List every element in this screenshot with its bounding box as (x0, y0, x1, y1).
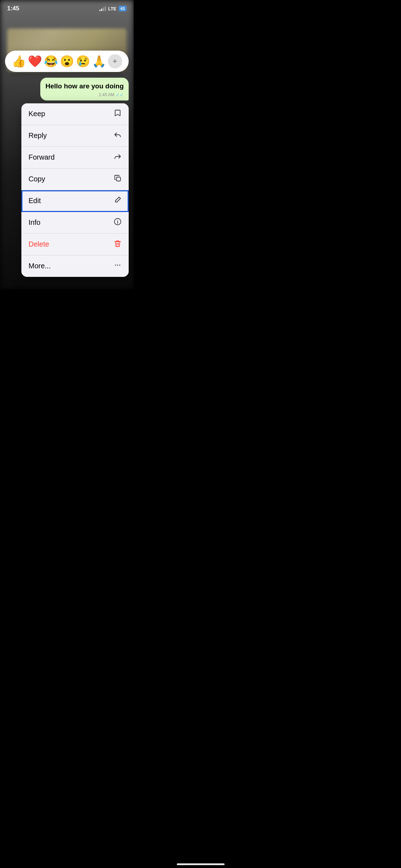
emoji-thumbsup[interactable]: 👍 (12, 55, 26, 68)
emoji-reaction-bar: 👍 ❤️ 😂 😮 😢 🙏 + (5, 51, 129, 72)
menu-copy-label: Copy (29, 175, 45, 183)
delete-icon (114, 239, 122, 249)
network-type: LTE (108, 6, 117, 11)
menu-reply-label: Reply (29, 131, 47, 140)
copy-icon (114, 174, 122, 184)
emoji-surprised[interactable]: 😮 (60, 55, 74, 68)
menu-item-more[interactable]: More... (21, 255, 129, 277)
status-bar: 1:45 LTE 43 (0, 0, 134, 15)
menu-info-label: Info (29, 218, 40, 227)
menu-item-forward[interactable]: Forward (21, 147, 129, 169)
svg-point-3 (115, 264, 116, 265)
emoji-laugh[interactable]: 😂 (44, 55, 58, 68)
emoji-more-button[interactable]: + (108, 54, 122, 68)
menu-item-copy[interactable]: Copy (21, 169, 129, 190)
svg-point-4 (117, 264, 118, 265)
menu-item-reply[interactable]: Reply (21, 125, 129, 147)
menu-item-delete[interactable]: Delete (21, 234, 129, 255)
menu-edit-label: Edit (29, 197, 41, 205)
message-text: Hello how are you doing (45, 82, 124, 91)
status-icons: LTE 43 (99, 6, 127, 11)
menu-keep-label: Keep (29, 110, 45, 118)
svg-point-5 (119, 264, 120, 265)
menu-item-info[interactable]: Info (21, 212, 129, 234)
battery-indicator: 43 (119, 6, 127, 11)
emoji-heart[interactable]: ❤️ (28, 55, 42, 68)
message-read-ticks: ✓✓ (116, 92, 124, 98)
menu-item-edit[interactable]: Edit (21, 190, 129, 212)
signal-icon (99, 6, 106, 11)
emoji-pray[interactable]: 🙏 (92, 55, 106, 68)
menu-forward-label: Forward (29, 153, 55, 161)
emoji-cry[interactable]: 😢 (76, 55, 90, 68)
menu-more-label: More... (29, 262, 51, 270)
svg-rect-0 (117, 177, 120, 181)
message-time: 1:45 AM (99, 92, 114, 97)
message-meta: 1:45 AM ✓✓ (45, 92, 124, 98)
menu-item-keep[interactable]: Keep (21, 103, 129, 125)
reply-icon (114, 131, 122, 141)
context-menu: Keep Reply Forward Copy (21, 103, 129, 277)
more-icon (114, 261, 122, 271)
forward-icon (114, 153, 122, 162)
bookmark-icon (114, 109, 122, 119)
edit-icon (114, 196, 122, 206)
svg-point-2 (117, 220, 118, 221)
message-bubble: Hello how are you doing 1:45 AM ✓✓ (40, 78, 129, 100)
menu-delete-label: Delete (29, 240, 49, 248)
status-time: 1:45 (7, 5, 19, 12)
info-icon (114, 218, 122, 228)
message-area: Hello how are you doing 1:45 AM ✓✓ (0, 72, 134, 100)
